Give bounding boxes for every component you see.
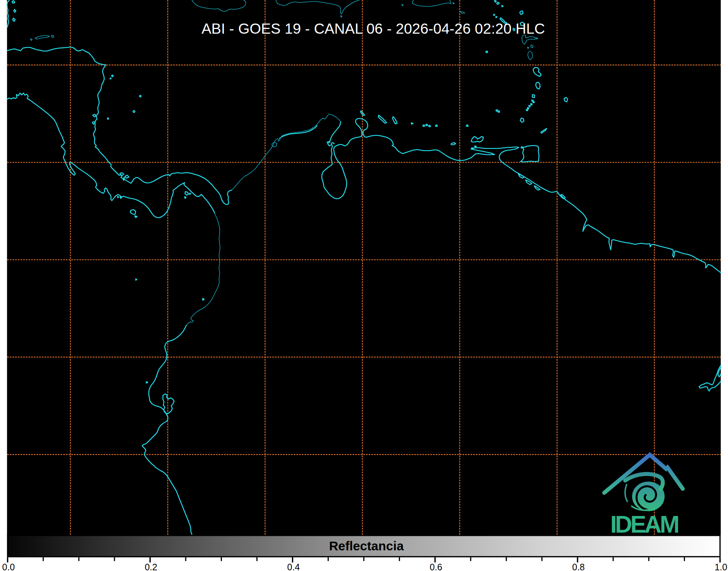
svg-text:IDEAM: IDEAM xyxy=(610,511,678,538)
svg-text:0.8: 0.8 xyxy=(572,562,585,571)
svg-text:0.0: 0.0 xyxy=(2,562,15,571)
svg-text:0.6: 0.6 xyxy=(430,562,442,571)
svg-text:1.0: 1.0 xyxy=(715,562,727,571)
svg-text:0.4: 0.4 xyxy=(287,562,300,571)
svg-text:ABI - GOES 19 - CANAL 06 - 202: ABI - GOES 19 - CANAL 06 - 2026-04-26 02… xyxy=(202,20,545,37)
svg-text:0.2: 0.2 xyxy=(145,562,157,571)
svg-text:Reflectancia: Reflectancia xyxy=(329,539,404,553)
